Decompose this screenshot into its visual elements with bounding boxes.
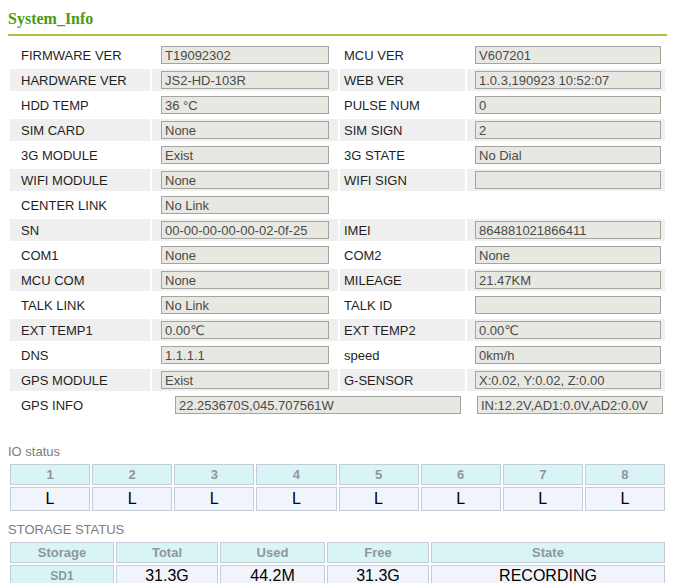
storage-header-storage: Storage (10, 542, 114, 563)
dns-label: DNS (10, 344, 150, 366)
field-cell (152, 194, 338, 216)
center-link-label: CENTER LINK (10, 194, 150, 216)
field-cell (467, 194, 665, 216)
3g-module-input[interactable] (161, 146, 329, 164)
io-channel-header: 5 (339, 464, 419, 485)
field-cell (467, 269, 665, 291)
io-channel-header: 3 (174, 464, 254, 485)
form-row: GPS MODULEG-SENSOR (10, 369, 665, 391)
ext-temp2-input[interactable] (475, 321, 661, 339)
io-channel-2-value: L (92, 487, 172, 511)
io-header-row: 12345678 (10, 464, 665, 485)
form-row: HDD TEMPPULSE NUM (10, 94, 665, 116)
web-ver-input[interactable] (475, 71, 661, 89)
gps-info-input[interactable] (175, 396, 461, 414)
sn-label: SN (10, 219, 150, 241)
talk-id-input[interactable] (475, 296, 661, 314)
power-status-input[interactable] (477, 396, 663, 414)
form-row: SNIMEI (10, 219, 665, 241)
storage-header-free: Free (327, 542, 429, 563)
form-row: EXT TEMP1EXT TEMP2 (10, 319, 665, 341)
io-channel-header: 4 (256, 464, 336, 485)
field-cell (467, 294, 665, 316)
system-info-table-body: FIRMWARE VERMCU VERHARDWARE VERWEB VERHD… (10, 44, 665, 416)
3g-state-input[interactable] (475, 146, 661, 164)
io-channel-header: 6 (421, 464, 501, 485)
storage-free: 31.3G (327, 565, 429, 583)
page-title: System_Info (8, 10, 667, 28)
field-cell (467, 169, 665, 191)
form-row: GPS INFO (10, 394, 665, 416)
3g-state-label: 3G STATE (340, 144, 465, 166)
field-cell (152, 119, 338, 141)
io-channel-header: 1 (10, 464, 90, 485)
io-channel-8-value: L (585, 487, 665, 511)
hdd-temp-input[interactable] (161, 96, 329, 114)
wifi-sign-input[interactable] (475, 171, 661, 189)
io-channel-6-value: L (421, 487, 501, 511)
storage-status-label: STORAGE STATUS (8, 522, 667, 537)
sim-card-input[interactable] (161, 121, 329, 139)
field-cell (152, 344, 338, 366)
talk-link-input[interactable] (161, 296, 329, 314)
form-row: CENTER LINK (10, 194, 665, 216)
sim-card-label: SIM CARD (10, 119, 150, 141)
field-cell (152, 319, 338, 341)
mileage-label: MILEAGE (340, 269, 465, 291)
field-cell (467, 119, 665, 141)
storage-name: SD1 (10, 565, 114, 583)
field-cell (467, 369, 665, 391)
sn-input[interactable] (161, 221, 329, 239)
io-channel-header: 7 (503, 464, 583, 485)
sim-sign-label: SIM SIGN (340, 119, 465, 141)
gps-module-label: GPS MODULE (10, 369, 150, 391)
io-channel-1-value: L (10, 487, 90, 511)
field-cell (152, 394, 665, 416)
io-status-label: IO status (8, 444, 667, 459)
mcu-ver-input[interactable] (475, 46, 661, 64)
center-link-input[interactable] (161, 196, 329, 214)
field-cell (467, 69, 665, 91)
field-cell (152, 144, 338, 166)
gps-module-input[interactable] (161, 371, 329, 389)
com1-input[interactable] (161, 246, 329, 264)
ext-temp1-label: EXT TEMP1 (10, 319, 150, 341)
storage-header-state: State (431, 542, 665, 563)
field-cell (467, 44, 665, 66)
form-row: DNSspeed (10, 344, 665, 366)
talk-id-label: TALK ID (340, 294, 465, 316)
com2-input[interactable] (475, 246, 661, 264)
form-row: 3G MODULE3G STATE (10, 144, 665, 166)
mcu-com-input[interactable] (161, 271, 329, 289)
web-ver-label: WEB VER (340, 69, 465, 91)
storage-total: 31.3G (116, 565, 218, 583)
ext-temp1-input[interactable] (161, 321, 329, 339)
field-cell (152, 369, 338, 391)
field-cell (467, 144, 665, 166)
storage-status-table: StorageTotalUsedFreeState SD131.3G44.2M3… (8, 540, 667, 583)
com1-label: COM1 (10, 244, 150, 266)
field-cell (152, 94, 338, 116)
mileage-input[interactable] (475, 271, 661, 289)
dns-input[interactable] (161, 346, 329, 364)
speed-label: speed (340, 344, 465, 366)
field-cell (152, 169, 338, 191)
imei-input[interactable] (475, 221, 661, 239)
storage-header-used: Used (220, 542, 325, 563)
field-cell (467, 244, 665, 266)
firmware-ver-input[interactable] (161, 46, 329, 64)
g-sensor-input[interactable] (475, 371, 661, 389)
storage-used: 44.2M (220, 565, 325, 583)
field-cell (152, 44, 338, 66)
sim-sign-input[interactable] (475, 121, 661, 139)
storage-row-sd1: SD131.3G44.2M31.3GRECORDING (10, 565, 665, 583)
field-cell (152, 69, 338, 91)
wifi-module-input[interactable] (161, 171, 329, 189)
hardware-ver-input[interactable] (161, 71, 329, 89)
io-channel-4-value: L (256, 487, 336, 511)
speed-input[interactable] (475, 346, 661, 364)
io-channel-header: 8 (585, 464, 665, 485)
com2-label: COM2 (340, 244, 465, 266)
field-cell (467, 344, 665, 366)
pulse-num-input[interactable] (475, 96, 661, 114)
